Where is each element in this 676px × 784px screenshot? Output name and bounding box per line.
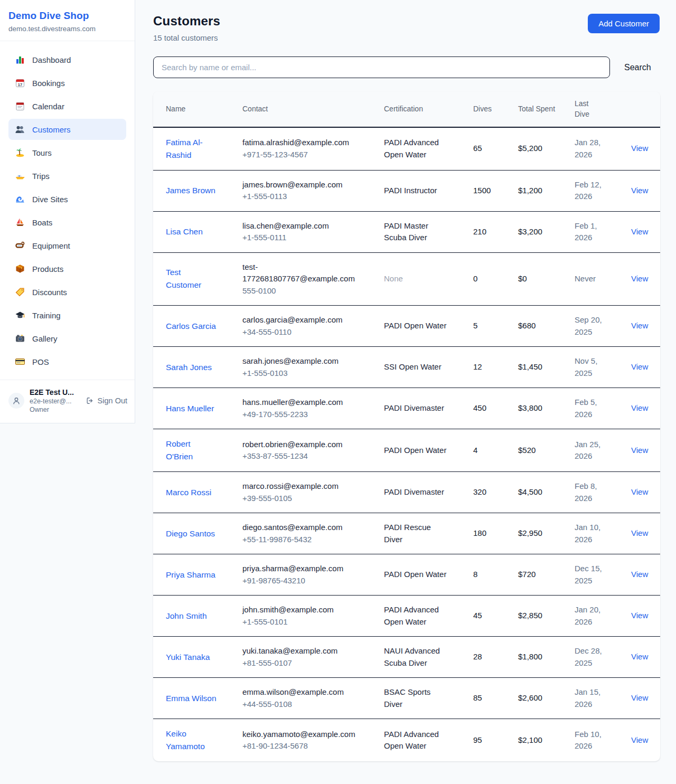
add-customer-button[interactable]: Add Customer	[588, 14, 660, 33]
table-row: Keiko Yamamoto keiko.yamamoto@example.co…	[153, 719, 660, 762]
sailboat-icon	[15, 217, 25, 228]
view-link[interactable]: View	[631, 403, 648, 412]
sidebar-item-tours[interactable]: Tours	[8, 142, 126, 163]
customer-name-link[interactable]: John Smith	[166, 610, 207, 622]
view-link[interactable]: View	[631, 362, 648, 371]
sidebar-item-bookings[interactable]: 17 Bookings	[8, 72, 126, 93]
customer-name-link[interactable]: Lisa Chen	[166, 225, 203, 238]
customer-name-link[interactable]: Keiko Yamamoto	[166, 728, 217, 753]
sidebar-item-dashboard[interactable]: Dashboard	[8, 49, 126, 70]
customer-last-dive-cell: Jan 15, 2026	[575, 678, 631, 719]
view-link[interactable]: View	[631, 735, 648, 744]
customer-actions-cell: View	[631, 637, 660, 678]
view-link[interactable]: View	[631, 528, 648, 537]
customer-name-link[interactable]: Emma Wilson	[166, 692, 217, 705]
view-link[interactable]: View	[631, 274, 648, 283]
island-icon	[15, 147, 25, 158]
customer-phone: 555-0100	[242, 285, 356, 297]
view-link[interactable]: View	[631, 144, 648, 153]
customer-certification-cell: PADI Rescue Diver	[384, 513, 473, 554]
customer-total-spent-cell: $720	[518, 554, 575, 596]
view-link[interactable]: View	[631, 570, 648, 579]
view-link[interactable]: View	[631, 446, 648, 455]
customer-actions-cell: View	[631, 513, 660, 554]
customer-contact-cell: yuki.tanaka@example.com +81-555-0107	[242, 637, 384, 678]
customer-contact-cell: priya.sharma@example.com +91-98765-43210	[242, 554, 384, 596]
customer-total-spent-cell: $2,950	[518, 513, 575, 554]
search-button[interactable]: Search	[624, 63, 651, 72]
table-row: Sarah Jones sarah.jones@example.com +1-5…	[153, 347, 660, 388]
view-link[interactable]: View	[631, 652, 648, 661]
sidebar-item-boats[interactable]: Boats	[8, 212, 126, 233]
bar-chart-icon	[15, 54, 25, 65]
customer-actions-cell: View	[631, 596, 660, 637]
customer-actions-cell: View	[631, 170, 660, 211]
customer-name-cell: Fatima Al-Rashid	[153, 127, 242, 171]
sign-out-button[interactable]: Sign Out	[86, 396, 127, 405]
customer-contact-cell: diego.santos@example.com +55-11-99876-54…	[242, 513, 384, 554]
sidebar-item-equipment[interactable]: Equipment	[8, 235, 126, 256]
sidebar: Demo Dive Shop demo.test.divestreams.com…	[0, 0, 135, 423]
customer-certification-cell: None	[384, 252, 473, 306]
sidebar-item-discounts[interactable]: Discounts	[8, 281, 126, 303]
customer-name-link[interactable]: Hans Mueller	[166, 402, 214, 415]
customer-certification-cell: PADI Advanced Open Water	[384, 719, 473, 762]
view-link[interactable]: View	[631, 693, 648, 702]
customer-certification-cell: PADI Open Water	[384, 306, 473, 347]
sidebar-item-trips[interactable]: Trips	[8, 165, 126, 186]
customer-name-link[interactable]: Yuki Tanaka	[166, 651, 210, 664]
customer-name-link[interactable]: James Brown	[166, 184, 215, 197]
customer-name-link[interactable]: Priya Sharma	[166, 569, 215, 581]
customer-actions-cell: View	[631, 252, 660, 306]
customer-contact-cell: robert.obrien@example.com +353-87-555-12…	[242, 429, 384, 472]
customer-email: keiko.yamamoto@example.com	[242, 729, 356, 741]
sidebar-item-gallery[interactable]: Gallery	[8, 328, 126, 349]
customer-email: hans.mueller@example.com	[242, 396, 356, 409]
customer-name-link[interactable]: Marco Rossi	[166, 486, 211, 499]
view-link[interactable]: View	[631, 611, 648, 620]
table-row: Test Customer test-1772681807767@example…	[153, 252, 660, 306]
customers-table-card: Name Contact Certification Dives Total S…	[153, 91, 660, 761]
sidebar-item-dive-sites[interactable]: Dive Sites	[8, 188, 126, 210]
customer-dives-cell: 450	[473, 388, 518, 429]
table-header-row: Name Contact Certification Dives Total S…	[153, 91, 660, 127]
package-icon	[15, 263, 25, 274]
view-link[interactable]: View	[631, 487, 648, 496]
view-link[interactable]: View	[631, 321, 648, 330]
customer-actions-cell: View	[631, 719, 660, 762]
search-input[interactable]	[153, 56, 610, 78]
sidebar-item-calendar[interactable]: Calendar	[8, 96, 126, 117]
customer-name-link[interactable]: Diego Santos	[166, 527, 215, 540]
graduation-cap-icon	[15, 310, 25, 320]
customer-phone: +55-11-99876-5432	[242, 534, 356, 546]
sidebar-item-products[interactable]: Products	[8, 258, 126, 279]
customer-actions-cell: View	[631, 347, 660, 388]
customer-phone: +34-555-0110	[242, 326, 356, 338]
column-header-name: Name	[153, 91, 242, 127]
customer-name-link[interactable]: Test Customer	[166, 266, 217, 291]
customer-name-link[interactable]: Robert O'Brien	[166, 438, 217, 463]
customer-name-cell: Hans Mueller	[153, 388, 242, 429]
customer-actions-cell: View	[631, 306, 660, 347]
customer-name-link[interactable]: Carlos Garcia	[166, 320, 216, 333]
sign-out-label: Sign Out	[98, 396, 127, 405]
sidebar-item-training[interactable]: Training	[8, 305, 126, 326]
table-row: Emma Wilson emma.wilson@example.com +44-…	[153, 678, 660, 719]
customer-name-link[interactable]: Sarah Jones	[166, 361, 212, 374]
sidebar-item-customers[interactable]: Customers	[8, 119, 126, 140]
column-header-total-spent: Total Spent	[518, 91, 575, 127]
svg-text:17: 17	[18, 82, 22, 87]
customer-phone: +39-555-0105	[242, 493, 356, 505]
customer-actions-cell: View	[631, 678, 660, 719]
view-link[interactable]: View	[631, 227, 648, 236]
customer-dives-cell: 95	[473, 719, 518, 762]
customer-name-link[interactable]: Fatima Al-Rashid	[166, 136, 217, 162]
customer-dives-cell: 320	[473, 472, 518, 513]
customer-last-dive-cell: Feb 5, 2026	[575, 388, 631, 429]
customer-total-spent-cell: $0	[518, 252, 575, 306]
customer-email: fatima.alrashid@example.com	[242, 137, 356, 149]
customer-actions-cell: View	[631, 472, 660, 513]
view-link[interactable]: View	[631, 186, 648, 195]
sidebar-item-pos[interactable]: POS	[8, 351, 126, 372]
customer-total-spent-cell: $4,500	[518, 472, 575, 513]
